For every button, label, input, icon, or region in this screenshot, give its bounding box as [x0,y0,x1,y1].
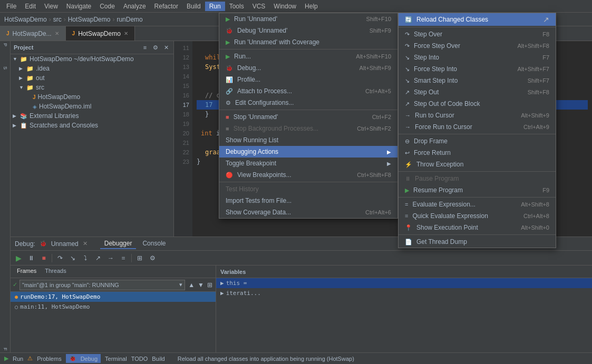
bottom-tab-debug[interactable]: 🐞 Debug [66,354,101,363]
menu-help[interactable]: Help [300,2,322,11]
menu-view[interactable]: View [40,2,62,11]
view-bp-icon: 🔴 [226,172,233,179]
bottom-tab-problems[interactable]: ⚠ Problems [27,355,61,362]
run-menu-debug-actions[interactable]: Debugging Actions ▶ [219,146,397,158]
bottom-tab-todo[interactable]: TODO [131,356,148,362]
frame-item-1[interactable]: ○ main:11, HotSwapDemo [11,302,216,312]
stop-btn[interactable]: ■ [38,252,50,264]
submenu-drop-frame[interactable]: ⊖ Drop Frame [399,135,556,147]
menu-code[interactable]: Code [95,2,119,11]
pause-btn[interactable]: ⏸ [25,252,37,264]
close-icon-1[interactable]: ✕ [55,31,59,36]
step-out-btn[interactable]: ↗ [92,252,104,264]
force-run-cursor-shortcut: Ctrl+Alt+9 [523,124,549,130]
submenu-quick-eval[interactable]: = Quick Evaluate Expression Ctrl+Alt+8 [399,210,556,222]
tree-idea[interactable]: ▶ 📁 .idea [11,64,173,73]
submenu-step-out[interactable]: ↗ Step Out Shift+F8 [399,86,556,98]
tab-hotswap2[interactable]: J HotSwapDemo ✕ [66,26,135,41]
eval-btn[interactable]: = [118,252,129,264]
menu-window[interactable]: Window [269,2,300,11]
run-menu-debug[interactable]: 🐞 Debug... Alt+Shift+F9 [219,62,397,74]
sidebar-close-btn[interactable]: ✕ [162,43,170,52]
bottom-tab-build[interactable]: Build [152,356,164,362]
run-menu-show-running[interactable]: Show Running List [219,134,397,146]
run-cursor-btn[interactable]: → [105,252,117,264]
submenu-run-cursor[interactable]: → Run to Cursor Alt+Shift+9 [399,110,556,121]
tree-out[interactable]: ▶ 📁 out [11,73,173,83]
tab-debugger[interactable]: Debugger [100,239,137,249]
tree-hotswap-root[interactable]: ▼ 📁 HotSwapDemo ~/dev/HotSwapDemo [11,54,173,64]
breadcrumb-src[interactable]: src [53,16,62,23]
tab-hotswap1[interactable]: J HotSwapDe... ✕ [0,26,66,41]
menu-navigate[interactable]: Navigate [62,2,95,11]
tree-scratches[interactable]: ▶ 📋 Scratches and Consoles [11,121,173,130]
submenu-thread-dump[interactable]: 📄 Get Thread Dump [399,236,556,248]
menu-analyze[interactable]: Analyze [119,2,150,11]
tree-hotswap-iml[interactable]: ◈ HotSwapDemo.iml [11,102,173,111]
tree-hotswap-java[interactable]: J HotSwapDemo [11,92,173,102]
force-step-into-btn[interactable]: ⤵ [80,252,91,264]
run-menu-run-coverage[interactable]: ▶ Run 'Unnamed' with Coverage [219,36,397,48]
run-menu-edit-config[interactable]: ⚙ Edit Configurations... [219,97,397,109]
sidebar-settings-btn[interactable]: ⚙ [151,43,160,52]
step-into-btn[interactable]: ↘ [67,252,79,264]
frames-tab[interactable]: Frames [13,265,41,278]
debug-close-icon[interactable]: ✕ [83,240,88,247]
submenu-step-into[interactable]: ↘ Step Into F7 [399,52,556,63]
submenu-force-return[interactable]: ↩ Force Return [399,147,556,159]
run-menu-attach[interactable]: 🔗 Attach to Process... Ctrl+Alt+5 [219,85,397,97]
menu-tools[interactable]: Tools [225,2,248,11]
close-icon-2[interactable]: ✕ [124,31,128,36]
breadcrumb-class[interactable]: HotSwapDemo [68,16,111,23]
submenu-resume-program[interactable]: ▶ Resume Program F9 [399,184,556,196]
submenu-step-over[interactable]: ↷ Step Over F8 [399,28,556,40]
thread-filter-btn[interactable]: ⊞ [206,281,213,289]
var-item-this[interactable]: ▶ this = [216,278,592,288]
menu-refactor[interactable]: Refactor [150,2,182,11]
submenu-force-step-over[interactable]: ↷ Force Step Over Alt+Shift+F8 [399,40,556,52]
resume-btn[interactable]: ▶ [13,252,24,264]
thread-dropdown[interactable]: "main"@1 in group "main": RUNNING ▾ [20,280,185,290]
threads-tab[interactable]: Threads [41,265,70,278]
step-over-btn[interactable]: ↷ [54,252,66,264]
thread-down-btn[interactable]: ▼ [197,281,205,289]
menu-build[interactable]: Build [182,2,205,11]
strip-favorites[interactable]: F [3,348,8,351]
menu-edit[interactable]: Edit [21,2,40,11]
run-menu-view-bp[interactable]: 🔴 View Breakpoints... Ctrl+Shift+F8 [219,169,397,181]
breadcrumb-project[interactable]: HotSwapDemo [4,16,47,23]
submenu-reload-classes[interactable]: 🔄 Reload Changed Classes ↗ [399,13,556,26]
thread-up-btn[interactable]: ▲ [187,281,196,289]
frame-item-0[interactable]: ● runDemo:17, HotSwapDemo [11,292,216,302]
var-item-iter[interactable]: ▶ iterati... [216,288,592,298]
run-menu-run-unnamed[interactable]: ▶ Run 'Unnamed' Shift+F10 [219,13,397,25]
settings-btn[interactable]: ⚙ [147,252,158,264]
tab-console[interactable]: Console [138,239,170,249]
menu-run[interactable]: Run [205,2,225,11]
sidebar-collapse-btn[interactable]: ≡ [141,43,149,52]
menu-vcs[interactable]: VCS [248,2,270,11]
bottom-tab-run[interactable]: ▶ Run [4,355,23,362]
submenu-force-step-into[interactable]: ↘ Force Step Into Alt+Shift+F7 [399,63,556,75]
menu-file[interactable]: File [2,2,21,11]
breadcrumb-method[interactable]: runDemo [117,16,142,23]
submenu-eval-expr[interactable]: = Evaluate Expression... Alt+Shift+8 [399,199,556,210]
submenu-show-exec-point[interactable]: 📍 Show Execution Point Alt+Shift+0 [399,222,556,233]
restore-layout-btn[interactable]: ⊞ [134,252,145,264]
submenu-throw-exception[interactable]: ⚡ Throw Exception [399,159,556,170]
run-menu-import-tests[interactable]: Import Tests from File... [219,195,397,206]
strip-structure[interactable]: S [3,66,8,70]
submenu-smart-step-into[interactable]: ↘ Smart Step Into Shift+F7 [399,75,556,86]
strip-project[interactable]: P [3,43,8,46]
bottom-tab-terminal[interactable]: Terminal [105,356,127,362]
run-menu-stop[interactable]: ■ Stop 'Unnamed' Ctrl+F2 [219,111,397,123]
run-menu-show-coverage[interactable]: Show Coverage Data... Ctrl+Alt+6 [219,206,397,218]
run-menu-profile[interactable]: 📊 Profile... [219,74,397,85]
run-menu-debug-unnamed[interactable]: 🐞 Debug 'Unnamed' Shift+F9 [219,25,397,36]
run-menu-run[interactable]: ▶ Run... Alt+Shift+F10 [219,51,397,62]
submenu-force-run-cursor[interactable]: → Force Run to Cursor Ctrl+Alt+9 [399,121,556,133]
submenu-step-out-block[interactable]: ↗ Step Out of Code Block [399,98,556,110]
tree-src[interactable]: ▼ 📁 src [11,83,173,92]
tree-external-libs[interactable]: ▶ 📚 External Libraries [11,111,173,121]
run-menu-toggle-bp[interactable]: Toggle Breakpoint ▶ [219,158,397,169]
